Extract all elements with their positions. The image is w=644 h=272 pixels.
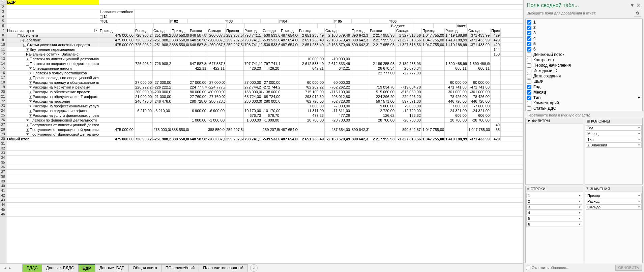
area-item-Расход[interactable]: Расход▾ [586, 199, 642, 204]
row-label[interactable]: +Прочие расходы по операционной деятельн… [6, 75, 99, 80]
field-5[interactable]: 5 [526, 41, 642, 46]
expand-row[interactable]: + [29, 86, 32, 89]
row-label[interactable]: -Статьи движения денежных средств [6, 42, 99, 47]
row-header-9[interactable]: 9 [0, 38, 6, 42]
field-checkbox[interactable] [527, 47, 531, 52]
row-label[interactable]: +Расходы на персонал [6, 99, 99, 103]
field-checkbox[interactable] [527, 63, 531, 68]
row-header-17[interactable]: 17 [0, 75, 6, 80]
row-label[interactable]: +Расходы на аренду и обслуживание помеще… [6, 80, 99, 84]
filters-area[interactable]: ▼ФИЛЬТРЫ [525, 118, 583, 184]
row-label[interactable]: +Платежи в пользу поставщиков [6, 71, 99, 75]
expand-m04[interactable]: - [280, 20, 283, 23]
field-checkbox[interactable] [527, 26, 531, 30]
field-Месяц[interactable]: Месяц [526, 90, 642, 95]
row-header-19[interactable]: 19 [0, 85, 6, 90]
field-1[interactable]: 1 [526, 20, 642, 25]
field-checkbox[interactable] [527, 106, 531, 111]
row-header-8[interactable]: 8 [0, 33, 6, 38]
month-05[interactable]: -05 [333, 19, 352, 23]
gear-icon[interactable] [634, 10, 641, 16]
row-label[interactable]: +Платежи по инвестиционной деятельности [6, 57, 99, 61]
expand-year[interactable]: - [100, 15, 103, 19]
row-header-21[interactable]: 21 [0, 94, 6, 99]
row-header-37[interactable]: 37 [0, 170, 6, 174]
row-header-2[interactable]: 2 [0, 5, 6, 9]
row-header-45[interactable]: 45 [0, 207, 6, 212]
row-header-40[interactable]: 40 [0, 184, 6, 189]
row-header-23[interactable]: 23 [0, 104, 6, 108]
row-header-33[interactable]: 33 [0, 151, 6, 156]
sheet-tab-Данные_БДР[interactable]: Данные_БДР [95, 264, 129, 272]
expand-row[interactable]: - [18, 34, 21, 37]
area-item-3[interactable]: 3▾ [526, 204, 582, 210]
field-ШЕФ[interactable]: ШЕФ [526, 79, 642, 84]
row-header-4[interactable]: 4 [0, 14, 6, 19]
row-header-10[interactable]: 10 [0, 42, 6, 47]
expand-row[interactable]: + [29, 77, 32, 80]
row-header-41[interactable]: 41 [0, 189, 6, 193]
expand-row[interactable]: + [29, 114, 32, 117]
row-label[interactable]: +Платежи по финансовой деятельности [6, 118, 99, 122]
row-header-43[interactable]: 43 [0, 198, 6, 203]
field-Статьи ДДС[interactable]: Статьи ДДС [526, 106, 642, 111]
row-labels-header[interactable]: Названия строк ▾ [6, 28, 99, 33]
pin-icon[interactable]: ▾ [630, 2, 634, 8]
row-header-13[interactable]: 13 [0, 57, 6, 61]
expand-row[interactable]: + [26, 119, 29, 122]
filter-icon[interactable]: ▼ [637, 95, 641, 100]
row-header-1[interactable]: 1 [0, 0, 6, 5]
close-icon[interactable]: ✕ [636, 2, 641, 8]
field-2[interactable]: 2 [526, 25, 642, 30]
row-label[interactable]: -Забаланс [6, 38, 99, 42]
row-header-25[interactable]: 25 [0, 113, 6, 118]
expand-m03[interactable]: - [225, 20, 228, 23]
month-01[interactable]: -01 [99, 19, 135, 23]
expand-row[interactable]: + [26, 48, 29, 52]
row-header-20[interactable]: 20 [0, 90, 6, 94]
row-filter-icon[interactable]: ▾ [94, 29, 98, 32]
row-header-31[interactable]: 31 [0, 141, 6, 146]
area-item-5[interactable]: 5▾ [526, 216, 582, 221]
expand-m05[interactable]: - [334, 20, 337, 23]
row-header-28[interactable]: 28 [0, 127, 6, 132]
area-item-Σ Значения[interactable]: Σ Значения▾ [586, 142, 642, 148]
row-header-42[interactable]: 42 [0, 193, 6, 198]
row-header-22[interactable]: 22 [0, 99, 6, 104]
expand-row[interactable]: + [29, 91, 32, 94]
row-label[interactable]: +Операционные налоги [6, 66, 99, 70]
expand-row[interactable]: - [23, 44, 26, 47]
row-header-44[interactable]: 44 [0, 203, 6, 207]
area-item-Месяц[interactable]: Месяц▾ [586, 131, 642, 136]
row-label[interactable]: Начальные остатки (Забаланс) [6, 52, 99, 56]
field-Год[interactable]: Год [526, 84, 642, 90]
expand-m02[interactable]: - [170, 20, 173, 23]
row-label[interactable]: +Расходы на обслуживание IT инфраструкту… [6, 94, 99, 99]
expand-row[interactable]: - [26, 63, 29, 66]
values-area[interactable]: ΣЗНАЧЕНИЯ Приход▾Расход▾Сальдо▾ [585, 186, 643, 264]
row-header-35[interactable]: 35 [0, 160, 6, 165]
row-header-36[interactable]: 36 [0, 165, 6, 170]
expand-m01[interactable]: - [100, 20, 103, 23]
month-02[interactable]: -02 [170, 19, 188, 23]
area-item-Год[interactable]: Год▾ [586, 125, 642, 131]
expand-row[interactable]: + [26, 58, 29, 61]
row-label[interactable]: +Поступления от инвестиционной деятельно… [6, 123, 99, 127]
row-header-46[interactable]: 46 [0, 212, 6, 217]
row-header-27[interactable]: 27 [0, 123, 6, 127]
column-labels-header[interactable]: Названия столбцов ▾ [99, 9, 135, 14]
row-label[interactable]: -Все счета [6, 33, 99, 37]
row-label[interactable]: +Расходы на обеспечение продаж [6, 90, 99, 94]
sheet-tab-План счетов сводный[interactable]: План счетов сводный [199, 264, 248, 272]
defer-update-checkbox[interactable]: Отложить обновлен... [526, 266, 569, 270]
row-header-26[interactable]: 26 [0, 118, 6, 123]
columns-area[interactable]: ▦КОЛОННЫ Год▾Месяц▾Тип▾Σ Значения▾ [585, 118, 643, 184]
row-header-34[interactable]: 34 [0, 156, 6, 160]
cells-grid[interactable]: БДРНазвания столбцов ▾-14-01-02-03-04-05… [6, 0, 523, 263]
field-checkbox[interactable] [527, 90, 531, 95]
row-header-5[interactable]: 5 [0, 19, 6, 24]
field-Исходный ID[interactable]: Исходный ID [526, 68, 642, 73]
area-item-Тип[interactable]: Тип▾ [586, 137, 642, 142]
tab-nav-arrows[interactable]: ◄ ► [2, 266, 22, 270]
row-label[interactable]: +Поступления от финансовой деятельности [6, 132, 99, 136]
